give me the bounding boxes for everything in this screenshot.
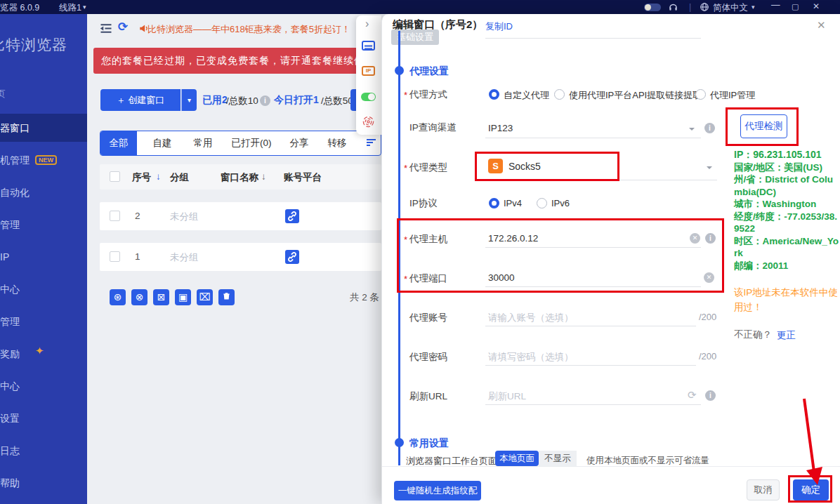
sidebar-item-management-2[interactable]: 管理 <box>0 307 87 336</box>
col-platform[interactable]: 账号平台 <box>284 171 322 184</box>
col-group[interactable]: 分组 <box>170 171 189 184</box>
info-icon[interactable]: i <box>705 390 716 401</box>
tab-opened[interactable]: 已打开(0) <box>225 131 277 155</box>
menu-fold-icon[interactable] <box>100 23 112 36</box>
cancel-button[interactable]: 取消 <box>747 479 780 500</box>
required-star: * <box>404 90 407 100</box>
sidebar-item-help[interactable]: 帮助 <box>0 469 87 497</box>
radio-label[interactable]: 自定义代理 <box>504 89 549 102</box>
support-headset-icon[interactable] <box>668 2 678 14</box>
language-selector[interactable]: 简体中文 <box>713 2 748 14</box>
sidebar-item-center-1[interactable]: 中心 <box>0 275 87 303</box>
delete-icon[interactable] <box>218 289 235 305</box>
sidebar-item-automation[interactable]: 自动化 <box>0 178 87 206</box>
info-icon[interactable]: i <box>705 233 716 244</box>
sidebar-item-rewards[interactable]: 奖励✦ <box>0 340 87 368</box>
sort-desc-icon[interactable]: ↓ <box>261 171 266 182</box>
toggle-on-icon[interactable] <box>361 93 376 101</box>
titlebar-divider: | <box>689 2 691 12</box>
ip-channel-select[interactable]: IP123 <box>488 123 513 133</box>
refresh-url-input[interactable]: 刷新URL <box>488 390 526 403</box>
tab-shared[interactable]: 分享 <box>280 131 318 155</box>
tab-all[interactable]: 全部 <box>100 131 137 155</box>
select-all-checkbox[interactable] <box>110 171 120 182</box>
radio-label[interactable]: IPv6 <box>551 198 570 208</box>
sidebar: 比特浏览器 页 器窗口 机管理NEW 自动化 管理 IP 中心 管理 奖励✦ 中… <box>0 14 87 504</box>
proxy-password-input[interactable]: 请填写密码（选填） <box>488 351 574 364</box>
sidebar-item-settings[interactable]: 设置 <box>0 404 87 432</box>
clear-icon[interactable]: ✕ <box>704 272 714 283</box>
sort-filter-icon[interactable] <box>366 139 376 150</box>
sidebar-item-proxy-ip[interactable]: IP <box>0 243 87 271</box>
proxy-port-input[interactable]: 30000 <box>488 272 515 283</box>
chevron-right-icon[interactable]: › <box>365 18 369 30</box>
promo-announcement[interactable]: 比特浏览器——年中618钜惠来袭，套餐5折起订！ <box>147 23 350 36</box>
sidebar-item-group-management[interactable]: 管理 <box>0 211 87 239</box>
minimize-button[interactable]: — <box>771 0 780 10</box>
timeline-dot <box>395 66 404 75</box>
proxy-account-input[interactable]: 请输入账号（选填） <box>488 312 574 324</box>
segment-local-page[interactable]: 本地页面 <box>495 451 539 466</box>
refresh-icon[interactable]: ⟳ <box>118 20 128 34</box>
refresh-icon[interactable]: ⟳ <box>688 389 697 402</box>
confirm-button[interactable]: 确定 <box>793 479 829 500</box>
batch-open-icon[interactable]: ⊛ <box>110 289 126 305</box>
sidebar-item-home[interactable]: 页 <box>0 80 84 108</box>
tab-self-built[interactable]: 自建 <box>143 131 182 155</box>
radio-custom-proxy[interactable] <box>489 89 499 100</box>
theme-toggle[interactable] <box>644 4 661 11</box>
correct-link[interactable]: 更正 <box>777 329 796 342</box>
chevron-down-icon[interactable] <box>689 128 695 133</box>
batch-close-circle-icon[interactable]: ⊗ <box>131 289 147 305</box>
random-fingerprint-button[interactable]: 一键随机生成指纹配置 <box>394 481 481 500</box>
sidebar-item-logs[interactable]: 日志 <box>0 437 87 465</box>
info-icon[interactable]: i <box>704 123 715 133</box>
batch-clear-cache-icon[interactable]: ⌧ <box>197 289 213 305</box>
segment-hide[interactable]: 不显示 <box>539 451 577 466</box>
sidebar-item-center-2[interactable]: 中心 <box>0 372 87 400</box>
sidebar-item-phone-management[interactable]: 机管理NEW <box>0 146 87 174</box>
link-icon[interactable] <box>285 209 299 223</box>
create-window-button[interactable]: ＋ 创建窗口 <box>100 89 181 111</box>
clear-icon[interactable]: ✕ <box>690 233 700 244</box>
sort-desc-icon[interactable]: ↓ <box>156 171 161 182</box>
link-icon[interactable] <box>285 250 299 264</box>
proxy-host-input[interactable]: 172.26.0.12 <box>488 233 538 244</box>
radio-proxy-ip-manage[interactable] <box>695 89 706 100</box>
copy-id-link[interactable]: 复制ID <box>485 20 513 33</box>
radio-label[interactable]: IPv4 <box>504 198 522 208</box>
row-checkbox[interactable] <box>110 251 120 262</box>
edit-window-dialog: 编辑窗口（序号2） 复制ID ✕ 基础设置 代理设置 * 代理方式 自定义代理 … <box>381 14 840 504</box>
batch-close-window-icon[interactable]: ⊠ <box>153 289 169 305</box>
globe-icon[interactable] <box>700 2 709 14</box>
chevron-down-icon[interactable] <box>707 166 712 172</box>
window-settings-icon[interactable] <box>362 41 375 51</box>
table-row[interactable]: 1 未分组 <box>100 243 381 271</box>
tab-frequent[interactable]: 常用 <box>183 131 223 155</box>
radio-label[interactable]: 代理IP管理 <box>710 89 755 102</box>
maximize-button[interactable]: ▢ <box>792 2 799 11</box>
proxy-type-select[interactable]: Socks5 <box>508 161 541 172</box>
col-window-name[interactable]: 窗口名称 <box>221 171 258 184</box>
close-button[interactable]: ✕ <box>813 1 820 11</box>
create-window-dropdown[interactable]: ▾ <box>181 89 197 111</box>
row-checkbox[interactable] <box>110 211 120 221</box>
radio-ipv4[interactable] <box>489 198 499 208</box>
chevron-down-icon[interactable]: ▾ <box>752 4 755 11</box>
workbench-note: 使用本地页面或不显示可省流量 <box>586 455 709 467</box>
proxy-check-button[interactable]: 代理检测 <box>740 114 787 138</box>
radio-api-extract[interactable] <box>554 89 565 100</box>
sidebar-item-browser-windows[interactable]: 器窗口 <box>0 114 87 142</box>
batch-window-icon[interactable]: ▣ <box>175 289 191 305</box>
table-row[interactable]: 2 未分组 <box>100 202 381 230</box>
dialog-close-icon[interactable]: ✕ <box>817 19 826 32</box>
info-icon[interactable]: i <box>260 95 270 106</box>
radio-label[interactable]: 使用代理IP平台API提取链接提取 <box>569 89 702 102</box>
ip-monitor-icon[interactable]: IP <box>362 66 375 76</box>
radio-ipv6[interactable] <box>537 198 547 208</box>
line-selector[interactable]: 线路1 <box>59 2 81 14</box>
col-seq[interactable]: 序号 <box>132 171 151 184</box>
chevron-down-icon[interactable]: ▾ <box>83 4 86 11</box>
fingerprint-icon[interactable] <box>362 115 375 131</box>
tab-transfer[interactable]: 转移 <box>318 131 356 155</box>
